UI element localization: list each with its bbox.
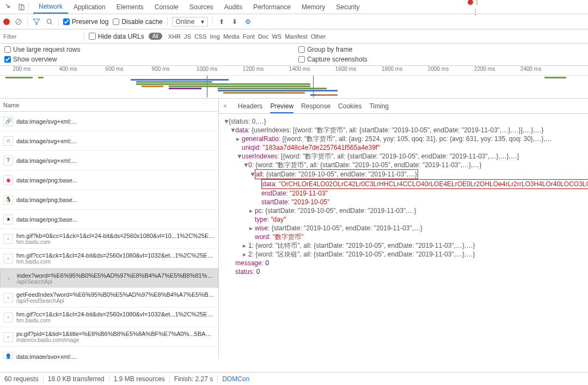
type-filter-css[interactable]: CSS bbox=[193, 33, 209, 40]
download-icon[interactable]: ⬇ bbox=[230, 17, 239, 26]
request-row[interactable]: ▫hm.gif?cc=1&ck=1&cl=24-bit&ds=2560x1080… bbox=[0, 308, 218, 327]
tab-audits[interactable]: Audits bbox=[219, 0, 248, 14]
status-requests: 60 requests bbox=[4, 375, 39, 383]
detail-tab-preview[interactable]: Preview bbox=[270, 100, 293, 113]
filter-icon[interactable] bbox=[32, 17, 41, 26]
request-source: /api/FeedSearchApi bbox=[16, 298, 215, 304]
group-by-frame-checkbox[interactable]: Group by frame bbox=[298, 46, 584, 53]
svg-rect-1 bbox=[21, 5, 24, 10]
status-domcontent: DOMCon bbox=[222, 375, 249, 383]
request-row[interactable]: ▫hm.gif?kb=0&cc=1&ck=1&cl=24-bit&ds=2560… bbox=[0, 229, 218, 249]
tab-performance[interactable]: Performance bbox=[248, 0, 296, 14]
file-icon: ☆ bbox=[3, 136, 13, 146]
type-filter-img[interactable]: Img bbox=[209, 33, 222, 40]
filter-input[interactable] bbox=[3, 32, 79, 41]
request-detail-panel: × HeadersPreviewResponseCookiesTiming ▼{… bbox=[219, 99, 588, 359]
detail-tab-cookies[interactable]: Cookies bbox=[338, 100, 362, 112]
type-filter-doc[interactable]: Doc bbox=[256, 33, 271, 40]
file-icon: ▫ bbox=[3, 293, 13, 303]
kebab-menu-icon[interactable]: ⋮ bbox=[471, 8, 479, 16]
inspect-icon[interactable] bbox=[4, 2, 14, 12]
type-filter-all[interactable]: All bbox=[149, 33, 162, 40]
type-filter-ws[interactable]: WS bbox=[270, 33, 283, 40]
request-row[interactable]: ▫pv.gif?pid=1&tid=1&title=%E8%B6%B8%E5%8… bbox=[0, 327, 218, 347]
type-filter-xhr[interactable]: XHR bbox=[167, 33, 182, 40]
chevron-down-icon: ▾ bbox=[201, 18, 204, 26]
panel-tabs: NetworkApplicationElementsConsoleSources… bbox=[33, 0, 365, 14]
request-name: data:image/png;base... bbox=[16, 177, 215, 184]
tab-application[interactable]: Application bbox=[68, 0, 111, 14]
file-icon: 🔗 bbox=[3, 117, 13, 126]
filter-bar: Hide data URLs All XHRJSCSSImgMediaFontD… bbox=[0, 29, 588, 44]
request-row[interactable]: ★data:image/png;base... bbox=[0, 210, 218, 229]
file-icon: ? bbox=[3, 156, 13, 166]
search-icon[interactable] bbox=[45, 17, 54, 26]
network-toolbar: Preserve log Disable cache Online▾ ⬆ ⬇ ⚙ bbox=[0, 14, 588, 29]
request-row[interactable]: 🔗data:image/svg+xml;... bbox=[0, 112, 218, 131]
throttling-select[interactable]: Online▾ bbox=[172, 17, 209, 27]
disable-cache-checkbox[interactable]: Disable cache bbox=[113, 18, 162, 26]
detail-tabs: × HeadersPreviewResponseCookiesTiming bbox=[219, 99, 588, 114]
request-name: data:image/svg+xml;... bbox=[16, 138, 215, 144]
request-name: pv.gif?pid=1&tid=1&title=%E8%B6%B8%E5%8A… bbox=[16, 331, 215, 337]
tab-network[interactable]: Network bbox=[33, 0, 68, 14]
type-filter-font[interactable]: Font bbox=[241, 33, 256, 40]
upload-icon[interactable]: ⬆ bbox=[217, 17, 226, 26]
request-row[interactable]: 🐧data:image/png;base... bbox=[0, 190, 218, 210]
preserve-log-checkbox[interactable]: Preserve log bbox=[63, 18, 108, 26]
gear-icon[interactable]: ⚙ bbox=[243, 17, 252, 26]
request-row[interactable]: ▫getFeedIndex?word=%E6%95%B0%E5%AD%97%E8… bbox=[0, 288, 218, 308]
tab-console[interactable]: Console bbox=[149, 0, 184, 14]
column-header-name[interactable]: Name bbox=[0, 99, 218, 112]
tab-memory[interactable]: Memory bbox=[296, 0, 330, 14]
capture-screenshots-checkbox[interactable]: Capture screenshots bbox=[298, 56, 584, 63]
timeline-tick: 2000 ms bbox=[428, 66, 449, 72]
close-icon[interactable]: × bbox=[223, 102, 227, 110]
request-source: hm.baidu.com bbox=[16, 259, 215, 265]
timeline-tick: 200 ms bbox=[13, 66, 31, 72]
detail-tab-timing[interactable]: Timing bbox=[369, 100, 389, 112]
svg-line-3 bbox=[16, 20, 21, 24]
clear-icon[interactable] bbox=[14, 17, 23, 26]
detail-tab-response[interactable]: Response bbox=[301, 100, 330, 112]
request-name: data:image/svg+xml;... bbox=[16, 157, 215, 164]
request-row[interactable]: ▫hm.gif?cc=1&ck=1&cl=24-bit&ds=2560x1080… bbox=[0, 249, 218, 268]
device-icon[interactable] bbox=[17, 2, 27, 12]
request-list-panel: Name 🔗data:image/svg+xml;...☆data:image/… bbox=[0, 99, 219, 359]
type-filter-manifest[interactable]: Manifest bbox=[283, 33, 309, 40]
hide-data-urls-checkbox[interactable]: Hide data URLs bbox=[89, 33, 144, 40]
timeline-tick: 2400 ms bbox=[520, 66, 541, 72]
tab-sources[interactable]: Sources bbox=[184, 0, 219, 14]
timeline-overview[interactable]: 200 ms400 ms600 ms800 ms1000 ms1200 ms14… bbox=[0, 66, 588, 99]
request-row[interactable]: ☆data:image/svg+xml;... bbox=[0, 131, 218, 151]
request-row[interactable]: 👤data:image/svg+xml;... bbox=[0, 347, 218, 359]
timeline-tick: 1000 ms bbox=[197, 66, 217, 72]
preview-pane[interactable]: ▼{status: 0,…} ▼data: {userIndexes: [{wo… bbox=[219, 114, 588, 359]
status-finish: Finish: 2.27 s bbox=[174, 375, 213, 383]
type-filter-media[interactable]: Media bbox=[222, 33, 241, 40]
type-filter-other[interactable]: Other bbox=[309, 33, 328, 40]
tab-security[interactable]: Security bbox=[330, 0, 365, 14]
file-icon: ▫ bbox=[3, 254, 13, 264]
view-options: Use large request rows Show overview Gro… bbox=[0, 44, 588, 66]
request-name: data:image/svg+xml;... bbox=[16, 353, 215, 359]
tab-elements[interactable]: Elements bbox=[111, 0, 149, 14]
request-row[interactable]: ▫index?word=%E6%95%B0%E5%AD%97%E8%B4%A7%… bbox=[0, 268, 218, 288]
timeline-tick: 1200 ms bbox=[243, 66, 264, 72]
large-rows-checkbox[interactable]: Use large request rows bbox=[4, 46, 290, 53]
request-list: 🔗data:image/svg+xml;...☆data:image/svg+x… bbox=[0, 112, 218, 359]
file-icon: ★ bbox=[3, 215, 13, 224]
request-name: hm.gif?cc=1&ck=1&cl=24-bit&ds=2560x1080&… bbox=[16, 311, 215, 317]
request-name: data:image/png;base... bbox=[16, 197, 215, 203]
request-row[interactable]: ◉data:image/png;base... bbox=[0, 170, 218, 190]
request-row[interactable]: ?data:image/svg+xml;... bbox=[0, 151, 218, 170]
timeline-tick: 1800 ms bbox=[382, 66, 402, 72]
error-count[interactable]: 1 bbox=[468, 0, 479, 6]
type-filter-js[interactable]: JS bbox=[182, 33, 193, 40]
file-icon: ▫ bbox=[4, 273, 14, 283]
file-icon: ▫ bbox=[3, 234, 13, 244]
record-icon[interactable] bbox=[3, 19, 10, 25]
request-source: hm.baidu.com bbox=[16, 317, 215, 323]
detail-tab-headers[interactable]: Headers bbox=[238, 100, 262, 112]
show-overview-checkbox[interactable]: Show overview bbox=[4, 56, 290, 63]
